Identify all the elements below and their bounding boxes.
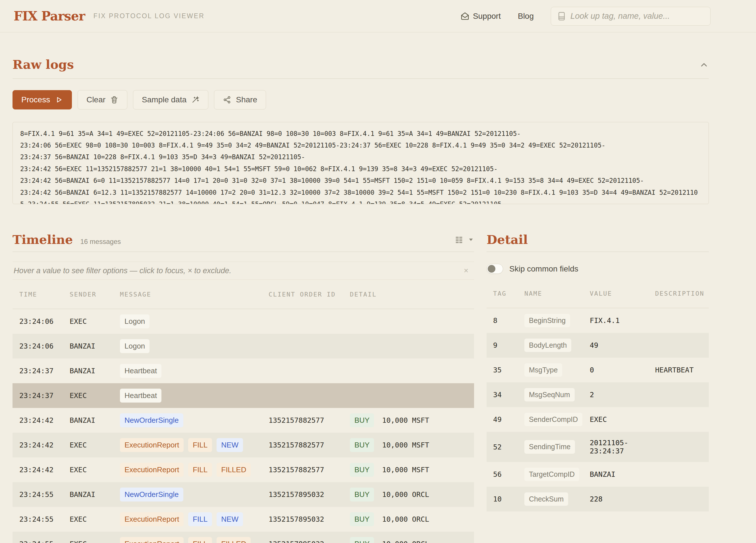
detail-row[interactable]: 56TargetCompIDBANZAI [487,462,709,487]
message-type-chip[interactable]: Heartbeat [120,364,161,378]
col-time: TIME [19,291,70,298]
detail-divider [487,252,709,252]
skip-common-fields-row: Skip common fields [487,264,709,274]
name-cell: BodyLength [524,339,590,352]
timeline-row[interactable]: 23:24:55EXECExecutionReportFILLFILLED135… [13,532,474,543]
field-name-chip[interactable]: SendingTime [524,440,575,454]
value-cell: 228 [590,488,655,510]
timeline-row[interactable]: 23:24:37BANZAIHeartbeat [13,358,474,383]
sender-cell: BANZAI [70,342,120,350]
detail-row[interactable]: 9BodyLength49 [487,333,709,358]
side-chip[interactable]: BUY [350,413,374,427]
value-cell: 2 [590,384,655,406]
status-tag-chip[interactable]: NEW [217,512,243,526]
detail-cell: BUY10,000 ORCL [350,488,474,501]
message-type-chip[interactable]: Logon [120,314,149,328]
message-type-chip[interactable]: ExecutionReport [120,512,184,526]
quantity-symbol: 10,000 ORCL [382,515,429,523]
timeline-row[interactable]: 23:24:55EXECExecutionReportFILLNEW135215… [13,507,474,532]
side-chip[interactable]: BUY [350,512,374,526]
timeline-row[interactable]: 23:24:06BANZAILogon [13,334,474,358]
message-cell: Heartbeat [120,389,269,403]
field-name-chip[interactable]: SenderCompID [524,413,582,426]
filter-hint-text: Hover a value to see filter options — cl… [14,266,231,275]
side-chip[interactable]: BUY [350,463,374,477]
field-name-chip[interactable]: TargetCompID [524,468,579,481]
quantity-symbol: 10,000 MSFT [382,441,429,449]
time-cell: 23:24:42 [19,416,70,424]
name-cell: MsgSeqNum [524,388,590,402]
search-input[interactable] [570,11,704,21]
col-message: MESSAGE [120,291,269,298]
timeline-row[interactable]: 23:24:06EXECLogon [13,309,474,334]
detail-section: Detail Skip common fields TAG NAME VALUE… [487,233,709,543]
field-name-chip[interactable]: MsgType [524,363,562,377]
status-tag-chip[interactable]: NEW [217,438,243,452]
skip-common-fields-toggle[interactable] [487,264,503,274]
raw-log-input[interactable]: 8=FIX.4.1 9=61 35=A 34=1 49=EXEC 52=2012… [13,122,709,204]
sample-data-button[interactable]: Sample data [133,90,208,109]
sender-cell: BANZAI [70,367,120,375]
detail-title: Detail [487,233,528,247]
time-cell: 23:24:06 [19,317,70,326]
nav-blog[interactable]: Blog [518,12,534,21]
status-tag-chip[interactable]: FILLED [217,537,251,543]
detail-rows: 8BeginStringFIX.4.19BodyLength4935MsgTyp… [487,308,709,511]
tag-cell: 49 [493,415,524,424]
field-name-chip[interactable]: BodyLength [524,339,571,352]
timeline-row[interactable]: 23:24:42EXECExecutionReportFILLFILLED135… [13,457,474,482]
status-tag-chip[interactable]: FILL [188,438,212,452]
detail-row[interactable]: 35MsgType0HEARTBEAT [487,358,709,382]
message-cell: NewOrderSingle [120,488,269,501]
process-button[interactable]: Process [13,90,72,109]
timeline-row[interactable]: 23:24:55BANZAINewOrderSingle135215789503… [13,482,474,507]
name-cell: SendingTime [524,440,590,454]
raw-logs-section: Raw logs Process Clear Sample data Share… [13,57,709,204]
density-menu-button[interactable] [455,235,474,244]
play-icon [55,96,63,104]
message-type-chip[interactable]: ExecutionReport [120,537,184,543]
status-tag-chip[interactable]: FILL [188,512,212,526]
name-cell: SenderCompID [524,413,590,426]
detail-row[interactable]: 49SenderCompIDEXEC [487,407,709,432]
message-type-chip[interactable]: Logon [120,339,149,353]
timeline-row[interactable]: 23:24:37EXECHeartbeat [13,383,474,408]
share-button[interactable]: Share [214,90,266,109]
status-tag-chip[interactable]: FILL [188,463,212,477]
detail-row[interactable]: 10CheckSum228 [487,487,709,511]
message-type-chip[interactable]: ExecutionReport [120,463,184,477]
description-cell: HEARTBEAT [655,366,709,374]
detail-row[interactable]: 52SendingTime20121105-23:24:37 [487,432,709,462]
sender-cell: EXEC [70,317,120,326]
status-tag-chip[interactable]: FILLED [217,463,251,477]
message-type-chip[interactable]: NewOrderSingle [120,488,183,501]
detail-row[interactable]: 34MsgSeqNum2 [487,382,709,407]
collapse-chevron-icon[interactable] [699,60,709,70]
timeline-row[interactable]: 23:24:42EXECExecutionReportFILLNEW135215… [13,433,474,457]
detail-cell: BUY10,000 ORCL [350,512,474,526]
side-chip[interactable]: BUY [350,537,374,543]
filter-close-icon[interactable]: × [464,266,468,275]
detail-cell: BUY10,000 ORCL [350,537,474,543]
side-chip[interactable]: BUY [350,488,374,501]
search-box[interactable] [551,7,711,26]
nav-support[interactable]: Support [460,12,501,21]
col-description: DESCRIPTION [655,290,709,297]
time-cell: 23:24:42 [19,466,70,474]
message-type-chip[interactable]: Heartbeat [120,389,161,403]
clear-button[interactable]: Clear [78,90,127,109]
app-tagline: FIX PROTOCOL LOG VIEWER [94,12,205,20]
message-type-chip[interactable]: NewOrderSingle [120,413,183,427]
quantity-symbol: 10,000 MSFT [382,466,429,474]
field-name-chip[interactable]: MsgSeqNum [524,388,575,402]
message-type-chip[interactable]: ExecutionReport [120,438,184,452]
side-chip[interactable]: BUY [350,438,374,452]
app-logo[interactable]: FIX Parser [14,9,85,23]
detail-row[interactable]: 8BeginStringFIX.4.1 [487,308,709,333]
field-name-chip[interactable]: BeginString [524,314,570,328]
client-order-id-cell: 1352157882577 [269,416,350,424]
field-name-chip[interactable]: CheckSum [524,492,568,506]
toggle-knob [488,265,495,273]
status-tag-chip[interactable]: FILL [188,537,212,543]
timeline-row[interactable]: 23:24:42BANZAINewOrderSingle135215788257… [13,408,474,433]
